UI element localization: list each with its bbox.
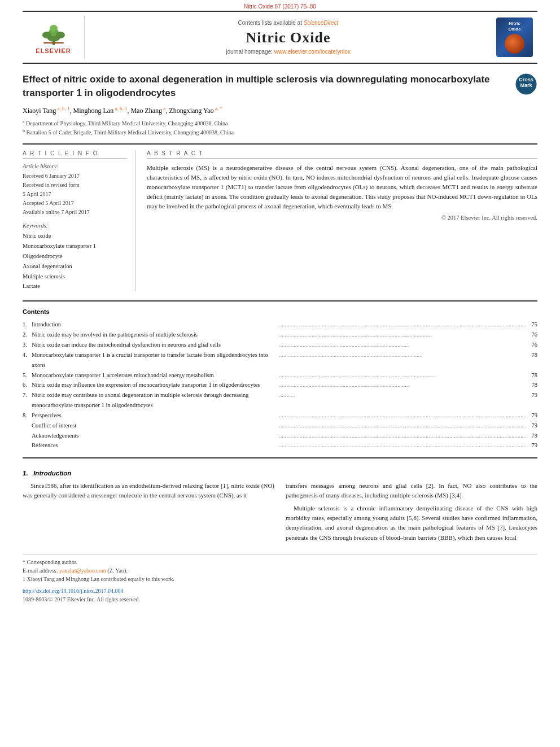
available-date: Available online 7 April 2017 (23, 208, 127, 217)
contents-item-7: 7. Nitric oxide may contribute to axonal… (23, 390, 537, 410)
corresponding-author-note: * Corresponding author. (23, 558, 537, 566)
email-note: E-mail address: yaozlut@yahoo.com (Z. Ya… (23, 566, 537, 575)
svg-point-5 (56, 32, 65, 38)
svg-text:Cross: Cross (519, 77, 533, 82)
accepted-date: Accepted 5 April 2017 (23, 199, 127, 208)
footer-copyright: 1089-8603/© 2017 Elsevier Inc. All right… (23, 596, 537, 602)
elsevier-logo-area: ELSEVIER (23, 15, 85, 59)
contents-title: Contents (23, 308, 537, 315)
abstract-col: A B S T R A C T Multiple sclerosis (MS) … (147, 150, 537, 291)
intro-body-columns: Since1986, after its identification as a… (23, 481, 537, 545)
svg-text:Mark: Mark (520, 82, 532, 88)
journal-homepage-link[interactable]: www.elsevier.com/locate/yniox (274, 49, 351, 55)
author-2: Minghong Lan (73, 107, 114, 115)
keyword-6: Lactate (23, 281, 127, 291)
intro-col-right: transfers messages among neurons and gli… (286, 481, 537, 545)
journal-icon-area: NitricOxide (492, 15, 537, 59)
svg-point-4 (42, 32, 51, 38)
main-content: Effect of nitric oxide to axonal degener… (23, 64, 537, 546)
abstract-copyright: © 2017 Elsevier Inc. All rights reserved… (147, 215, 537, 221)
contents-item-6: 6. Nitric oxide may influence the expres… (23, 380, 537, 390)
revised-date: 5 April 2017 (23, 190, 127, 199)
contents-item-1: 1. Introduction ........................… (23, 320, 537, 330)
keyword-1: Nitric oxide (23, 231, 127, 241)
abstract-text: Multiple sclerosis (MS) is a neurodegene… (147, 163, 537, 211)
keyword-3: Oligodendrocyte (23, 251, 127, 261)
intro-para-1: Since1986, after its identification as a… (23, 481, 274, 500)
contents-item-refs: References .............................… (23, 440, 537, 451)
svg-point-3 (50, 25, 58, 32)
keyword-2: Monocarboxylate transporter 1 (23, 241, 127, 251)
contents-section: Contents 1. Introduction ...............… (23, 300, 537, 458)
keywords-label: Keywords: (23, 222, 127, 229)
journal-cover-icon: NitricOxide (496, 18, 533, 57)
contents-item-ack: Acknowledgements .......................… (23, 431, 537, 441)
received-date: Received 6 January 2017 (23, 172, 127, 181)
history-label: Article history: (23, 163, 127, 169)
intro-para-2: transfers messages among neurons and gli… (286, 481, 537, 500)
elsevier-brand-text: ELSEVIER (36, 47, 71, 54)
author-1: Xiaoyi Tang (23, 107, 56, 115)
revised-label: Received in revised form (23, 181, 127, 190)
introduction-section: 1. Introduction Since1986, after its ide… (23, 470, 537, 545)
journal-name: Nitric Oxide (246, 29, 331, 46)
contents-item-2: 2. Nitric oxide may be involved in the p… (23, 330, 537, 340)
contents-item-conflict: Conflict of interest ...................… (23, 421, 537, 431)
header-banner: ELSEVIER Contents lists available at Sci… (23, 11, 537, 64)
contents-item-3: 3. Nitric oxide can induce the mitochond… (23, 340, 537, 350)
journal-homepage-line: journal homepage: www.elsevier.com/locat… (226, 49, 351, 55)
elsevier-logo: ELSEVIER (36, 21, 71, 54)
email-link[interactable]: yaozlut@yahoo.com (59, 567, 106, 574)
abstract-heading: A B S T R A C T (147, 150, 537, 159)
authors-line: Xiaoyi Tang a, b, 1, Minghong Lan a, b, … (23, 106, 537, 115)
section-1-title: 1. Introduction (23, 470, 537, 477)
article-info-abstract-section: A R T I C L E I N F O Article history: R… (23, 143, 537, 291)
intro-col-left: Since1986, after its identification as a… (23, 481, 274, 545)
keyword-5: Multiple sclerosis (23, 272, 127, 282)
contents-item-4: 4. Monocarboxylate transporter 1 is a cr… (23, 350, 537, 370)
doi-link[interactable]: http://dx.doi.org/10.1016/j.niox.2017.04… (23, 588, 123, 594)
intro-para-3: Multiple sclerosis is a chronic inflamma… (286, 504, 537, 542)
contents-item-5: 5. Monocarboxylate transporter 1 acceler… (23, 370, 537, 381)
journal-icon-label: NitricOxide (508, 21, 520, 32)
contents-item-8: 8. Perspectives ........................… (23, 410, 537, 421)
article-title: Effect of nitric oxide to axonal degener… (23, 73, 515, 100)
footer: * Corresponding author. E-mail address: … (23, 554, 537, 602)
elsevier-tree-icon (37, 21, 71, 46)
author-4: Zhongxiang Yao (169, 107, 213, 115)
journal-header-line: Nitric Oxide 67 (2017) 75–80 (0, 0, 560, 11)
journal-icon-decoration (505, 34, 524, 54)
author-3: Mao Zhang (130, 107, 162, 115)
article-history-block: Article history: Received 6 January 2017… (23, 163, 127, 217)
svg-rect-6 (43, 42, 64, 43)
crossmark-icon: Cross Mark (515, 73, 537, 98)
affiliation-1: a Department of Physiology, Third Milita… (23, 119, 537, 128)
article-title-section: Effect of nitric oxide to axonal degener… (23, 73, 537, 100)
contents-list: 1. Introduction ........................… (23, 320, 537, 451)
sciencedirect-link[interactable]: ScienceDirect (304, 20, 339, 26)
sciencedirect-line: Contents lists available at ScienceDirec… (238, 20, 339, 26)
article-info-heading: A R T I C L E I N F O (23, 150, 127, 159)
article-info-col: A R T I C L E I N F O Article history: R… (23, 150, 135, 291)
journal-title-area: Contents lists available at ScienceDirec… (85, 15, 492, 59)
affiliation-2: b Battalion 5 of Cadet Brigade, Third Mi… (23, 128, 537, 137)
keyword-4: Axonal degeneration (23, 261, 127, 272)
keywords-block: Keywords: Nitric oxide Monocarboxylate t… (23, 222, 127, 291)
affiliations: a Department of Physiology, Third Milita… (23, 119, 537, 137)
footnote-1: 1 Xiaoyi Tang and Minghong Lan contribut… (23, 575, 537, 583)
